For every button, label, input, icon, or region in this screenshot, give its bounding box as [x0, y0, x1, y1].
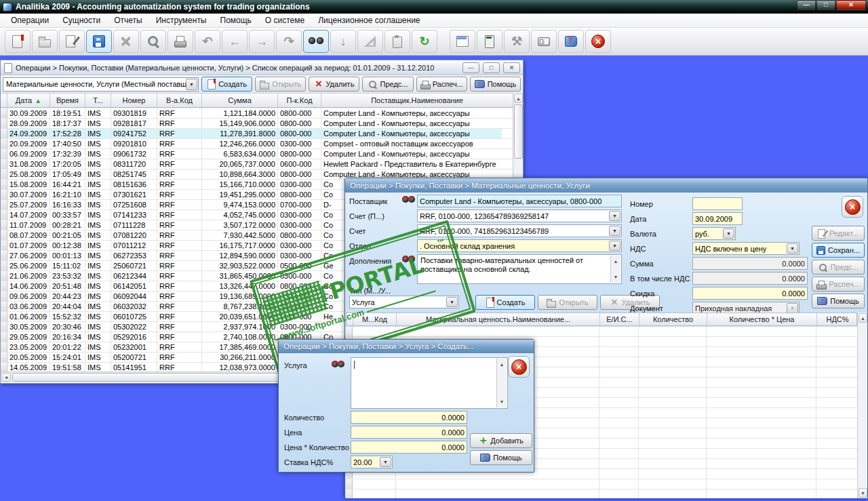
find-button[interactable]: [303, 30, 329, 53]
additions-textarea[interactable]: Поставки товарно-материальных ценностей …: [417, 254, 622, 284]
menu-item-1[interactable]: Сущности: [56, 14, 107, 26]
chevron-down-icon[interactable]: [609, 226, 620, 236]
row-selector[interactable]: [1, 271, 7, 281]
minimize-button[interactable]: —: [797, 0, 816, 10]
row-selector[interactable]: [1, 292, 7, 301]
scroll-up-icon[interactable]: ▲: [514, 94, 523, 103]
row-selector[interactable]: [1, 190, 7, 199]
row-selector[interactable]: [1, 353, 7, 362]
search-button[interactable]: [140, 30, 166, 53]
row-selector[interactable]: [1, 139, 7, 148]
column-header-date[interactable]: Дата: [7, 94, 50, 107]
item-open-button[interactable]: Открыть: [538, 295, 597, 310]
row-selector[interactable]: [1, 302, 7, 311]
number-input[interactable]: [692, 197, 743, 210]
paste-button[interactable]: [384, 30, 410, 53]
discount-input[interactable]: 0.0000: [692, 287, 808, 300]
row-selector[interactable]: [346, 489, 353, 498]
chevron-down-icon[interactable]: [609, 241, 620, 251]
items-table-row[interactable]: [346, 489, 857, 498]
add-button[interactable]: Добавить: [470, 433, 532, 448]
menu-item-4[interactable]: Помощь: [214, 14, 258, 26]
department-combo[interactable]: . Основной склад хранения: [417, 239, 622, 252]
price-qty-input[interactable]: 0.0000: [351, 441, 467, 454]
vat-combo[interactable]: НДС включен в цену: [692, 242, 800, 255]
type-combo[interactable]: Услуга: [349, 296, 459, 308]
chevron-down-icon[interactable]: [787, 243, 798, 254]
chevron-down-icon[interactable]: [723, 228, 734, 239]
scroll-up-icon[interactable]: ▲: [859, 313, 867, 323]
forward-button[interactable]: →: [249, 30, 275, 53]
column-header-sum[interactable]: Сумма: [202, 94, 278, 107]
print-button[interactable]: Распеч...: [812, 277, 865, 292]
table-row[interactable]: 30.09.200918:19:51IMS09301819RRF1,121,18…: [1, 108, 513, 119]
menu-item-0[interactable]: Операции: [4, 14, 56, 26]
column-header-supplier-name[interactable]: Поставщик.Наименование: [321, 94, 513, 107]
window-minimize-button[interactable]: —: [462, 62, 479, 73]
column-header-currency-code[interactable]: В-а.Код: [157, 94, 202, 107]
undo-button[interactable]: ↶: [195, 30, 220, 53]
row-selector[interactable]: [346, 479, 353, 489]
row-selector[interactable]: [1, 119, 7, 128]
chevron-down-icon[interactable]: [609, 211, 620, 221]
column-header-time[interactable]: Время: [50, 94, 85, 107]
scroll-up-icon[interactable]: ▲: [500, 360, 505, 369]
back-button[interactable]: ←: [222, 30, 248, 53]
help-button[interactable]: [558, 30, 584, 53]
row-selector[interactable]: [1, 332, 7, 342]
help-button[interactable]: Помощь: [470, 77, 521, 92]
row-selector[interactable]: [1, 108, 7, 118]
refresh-button[interactable]: ↻: [412, 30, 437, 53]
preview-button[interactable]: Предс...: [362, 77, 413, 92]
download-button[interactable]: ↓: [330, 30, 356, 53]
row-selector[interactable]: [1, 251, 7, 260]
scroll-down-icon[interactable]: ▼: [859, 488, 867, 498]
calendar-button[interactable]: [450, 30, 475, 53]
textarea-scrollbar[interactable]: ▲▼: [496, 359, 507, 407]
row-selector[interactable]: [346, 327, 353, 336]
items-vertical-scrollbar[interactable]: ▲ ▼: [857, 313, 867, 498]
menu-item-6[interactable]: Лицензионное соглашение: [311, 14, 427, 26]
price-input[interactable]: 0.0000: [351, 426, 467, 439]
create-button[interactable]: Создать: [201, 77, 252, 92]
binoculars-icon[interactable]: [402, 195, 415, 204]
edit-button[interactable]: Редакт...: [812, 226, 865, 241]
vat-rate-combo[interactable]: 20.00: [351, 456, 393, 468]
print-button[interactable]: Распеч...: [416, 77, 467, 92]
redo-button[interactable]: ↷: [276, 30, 302, 53]
account-p-combo[interactable]: RRF, 0100-000, 123654789369258147: [417, 209, 622, 222]
column-header-item-name[interactable]: Материальная ценность.Наименование...: [397, 313, 600, 325]
service-textarea[interactable]: ▲▼: [351, 357, 508, 409]
operation-type-combo[interactable]: Материальные ценности, Услуги (Местный п…: [3, 77, 199, 92]
scroll-down-icon[interactable]: ▼: [614, 273, 618, 281]
column-header-quantity-price[interactable]: Количество * Цена: [707, 313, 817, 325]
column-header-number[interactable]: Номер: [111, 94, 157, 107]
binoculars-icon[interactable]: [332, 360, 344, 369]
row-selector[interactable]: [1, 210, 7, 220]
table-row[interactable]: 31.08.200917:20:05IMS08311720RRF20,065,7…: [1, 159, 513, 169]
delete-button[interactable]: [113, 30, 139, 53]
items-table-row[interactable]: [346, 327, 857, 337]
calculator-button[interactable]: [477, 30, 502, 53]
table-row[interactable]: 24.09.200917:52:28IMS09241752RRF11,278,3…: [1, 129, 513, 139]
delete-button[interactable]: Удалить: [309, 77, 359, 92]
column-header-supplier-code[interactable]: П-к.Код: [278, 94, 321, 107]
row-selector[interactable]: [1, 322, 7, 332]
table-row[interactable]: 20.09.200917:40:50IMS09201810RRF12,246,2…: [1, 139, 513, 149]
column-header-quantity[interactable]: Количество: [639, 313, 707, 325]
row-selector[interactable]: [1, 169, 7, 179]
currency-combo[interactable]: руб.: [692, 227, 736, 240]
row-selector[interactable]: [1, 261, 7, 270]
column-header-item-code[interactable]: М...Код: [353, 313, 397, 325]
supplier-input[interactable]: Computer Land - Компьютеры, аксессуары, …: [417, 195, 622, 207]
account-combo[interactable]: RRF, 0100-000, 741852963123456789: [417, 224, 622, 237]
scrollbar-thumb[interactable]: [514, 104, 523, 159]
exit-button[interactable]: [585, 30, 611, 53]
scroll-left-icon[interactable]: ◄: [1, 373, 11, 382]
new-button[interactable]: [5, 30, 31, 53]
chevron-down-icon[interactable]: [380, 457, 391, 467]
table-row[interactable]: 06.09.200917:32:39IMS09061732RRF6,583,63…: [1, 149, 513, 159]
row-selector[interactable]: [1, 200, 7, 209]
row-selector[interactable]: [1, 149, 7, 159]
row-selector[interactable]: [1, 342, 7, 352]
